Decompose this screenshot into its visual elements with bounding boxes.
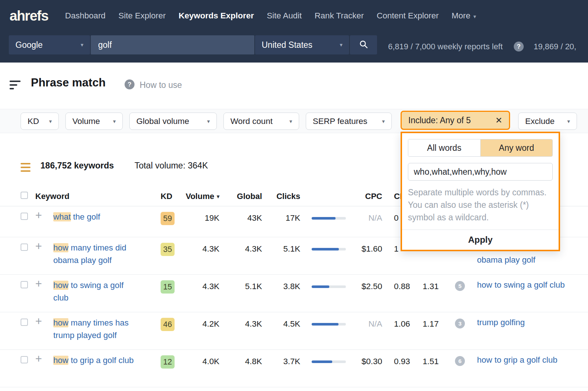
serp-features-badge[interactable]: 5	[455, 281, 465, 291]
volume-value: 4.3K	[184, 244, 219, 254]
reports-left-text: 6,819 / 7,000 weekly reports left	[388, 42, 503, 51]
chevron-down-icon: ▾	[340, 42, 343, 48]
add-to-list-icon[interactable]: +	[35, 240, 42, 253]
filter-volume-button[interactable]: Volume ▾	[65, 113, 123, 130]
column-header-clicks[interactable]: Clicks	[265, 192, 300, 201]
cps-value: 0.93	[394, 357, 420, 366]
column-header-volume-label: Volume	[186, 192, 214, 201]
search-button[interactable]	[350, 35, 377, 54]
rr-value: 1.51	[423, 357, 448, 366]
list-options-icon[interactable]	[21, 163, 31, 174]
parent-topic-link[interactable]: how to swing a golf club	[477, 280, 565, 290]
kd-badge: 35	[161, 243, 175, 256]
tab-all-words[interactable]: All words	[408, 139, 480, 156]
table-row: + how many times has trump played golf 4…	[0, 312, 588, 350]
keyword-count: 186,752 keywords	[40, 161, 114, 171]
reports-help-icon[interactable]: ?	[514, 42, 524, 51]
keyword-link[interactable]: how many times has trump played golf	[53, 317, 134, 342]
filter-word-count-button[interactable]: Word count ▾	[223, 113, 299, 130]
search-engine-select[interactable]: Google ▾	[9, 35, 90, 54]
total-volume: Total volume: 364K	[135, 161, 208, 171]
search-engine-value: Google	[15, 40, 43, 50]
filter-global-volume-button[interactable]: Global volume ▾	[129, 113, 217, 130]
column-header-keyword[interactable]: Keyword	[35, 192, 69, 201]
column-header-global[interactable]: Global	[226, 192, 262, 201]
chevron-down-icon: ▾	[382, 118, 385, 125]
highlighted-term: how	[53, 318, 68, 327]
cpc-value: N/A	[345, 213, 382, 223]
apply-button[interactable]: Apply	[402, 230, 559, 250]
nav-item-more[interactable]: More▾	[452, 11, 476, 21]
column-header-volume[interactable]: Volume ▾	[176, 192, 219, 201]
filter-include-button[interactable]: Include: Any of 5 ✕	[401, 111, 510, 130]
column-header-kd[interactable]: KD	[161, 192, 172, 201]
row-checkbox[interactable]	[21, 213, 28, 220]
add-to-list-icon[interactable]: +	[35, 352, 42, 366]
keyword-link[interactable]: what the golf	[53, 211, 134, 223]
ahrefs-logo[interactable]: ahrefs	[10, 8, 48, 24]
serp-features-badge[interactable]: 3	[455, 319, 465, 328]
row-checkbox[interactable]	[21, 244, 28, 251]
table-row: + how to swing a golf club 15 4.3K 5.1K …	[0, 275, 588, 312]
country-select[interactable]: United States ▾	[255, 35, 349, 54]
report-menu-icon[interactable]	[10, 81, 21, 92]
chevron-down-icon: ▾	[473, 13, 476, 19]
clicks-bar	[312, 248, 346, 250]
volume-value: 4.2K	[184, 319, 219, 329]
cps-value: 0.88	[394, 282, 420, 291]
clicks-bar-fill	[312, 323, 338, 326]
filter-exclude-label: Exclude	[525, 117, 555, 126]
parent-topic-link[interactable]: trump golfing	[477, 318, 525, 327]
nav-item-site-explorer[interactable]: Site Explorer	[118, 11, 166, 21]
filter-serp-features-label: SERP features	[313, 117, 367, 126]
country-value: United States	[262, 40, 312, 50]
nav-item-rank-tracker[interactable]: Rank Tracker	[315, 11, 364, 21]
clicks-value: 4.5K	[265, 319, 300, 329]
clicks-value: 3.7K	[265, 357, 300, 366]
nav-item-dashboard[interactable]: Dashboard	[65, 11, 105, 21]
nav-item-content-explorer[interactable]: Content Explorer	[377, 11, 439, 21]
filter-exclude-button[interactable]: Exclude ▾	[518, 113, 577, 130]
nav-item-keywords-explorer[interactable]: Keywords Explorer	[179, 11, 254, 21]
how-to-use-icon[interactable]: ?	[125, 79, 135, 89]
nav-more-label: More	[452, 11, 470, 20]
row-checkbox[interactable]	[21, 319, 28, 326]
chevron-down-icon: ▾	[80, 42, 83, 48]
highlighted-term: how	[53, 243, 68, 252]
nav-item-site-audit[interactable]: Site Audit	[267, 11, 302, 21]
close-icon[interactable]: ✕	[495, 115, 502, 125]
keyword-link[interactable]: how many times did obama play golf	[53, 242, 134, 267]
filter-word-count-label: Word count	[230, 117, 273, 126]
kd-badge: 46	[161, 318, 175, 331]
how-to-use-link[interactable]: How to use	[140, 80, 182, 90]
clicks-bar-fill	[312, 285, 329, 288]
row-checkbox[interactable]	[21, 281, 28, 288]
filter-serp-features-button[interactable]: SERP features ▾	[306, 113, 392, 130]
keyword-link[interactable]: how to swing a golf club	[53, 279, 134, 304]
keyword-rest: the golf	[71, 212, 100, 221]
tab-any-word[interactable]: Any word	[480, 139, 553, 156]
serp-features-badge[interactable]: 6	[455, 356, 465, 366]
clicks-bar-fill	[312, 360, 332, 363]
keyword-query-input[interactable]	[91, 35, 254, 54]
kd-badge: 12	[161, 355, 175, 369]
highlighted-term: how	[53, 356, 68, 365]
filter-kd-label: KD	[28, 117, 39, 126]
add-to-list-icon[interactable]: +	[35, 315, 42, 328]
add-to-list-icon[interactable]: +	[35, 277, 42, 291]
select-all-checkbox[interactable]	[21, 192, 28, 199]
filter-kd-button[interactable]: KD ▾	[21, 113, 59, 130]
cpc-value: N/A	[345, 319, 382, 329]
row-checkbox[interactable]	[21, 356, 28, 363]
chevron-down-icon: ▾	[567, 118, 570, 125]
keyword-link[interactable]: how to grip a golf club	[53, 354, 134, 367]
kd-badge: 15	[161, 280, 175, 294]
cpc-value: $0.30	[345, 357, 382, 366]
filter-volume-label: Volume	[72, 117, 100, 126]
parent-topic-link[interactable]: obama play golf	[477, 255, 535, 265]
parent-topic-link[interactable]: how to grip a golf club	[477, 355, 557, 365]
column-header-cpc[interactable]: CPC	[345, 192, 382, 201]
add-to-list-icon[interactable]: +	[35, 209, 42, 222]
include-words-input[interactable]	[408, 163, 553, 181]
top-nav: ahrefs Dashboard Site Explorer Keywords …	[0, 0, 588, 32]
